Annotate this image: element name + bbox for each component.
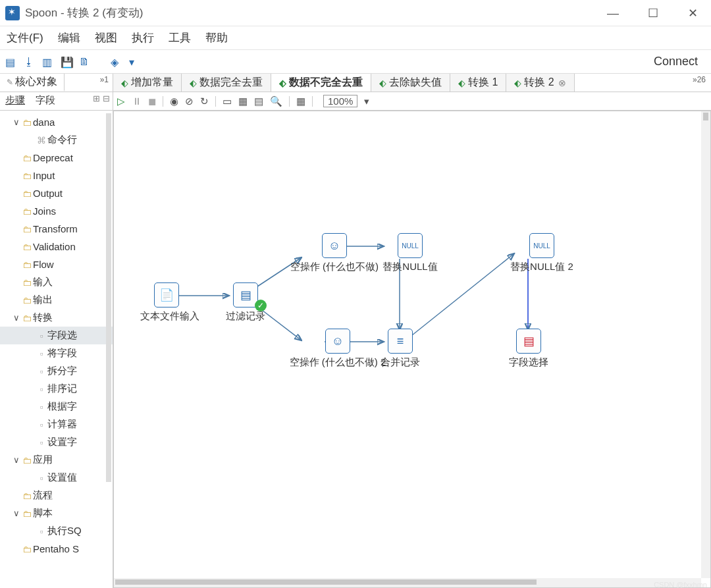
sidebar-tree[interactable]: ∨🗀dana⌘命令行🗀Deprecat🗀Input🗀Output🗀Joins🗀T… (0, 111, 113, 588)
tabs-overflow[interactable]: »26 (687, 74, 711, 92)
sql-icon[interactable]: ▭ (223, 95, 232, 107)
pause-icon[interactable]: ⏸ (132, 95, 142, 107)
head-icon: ☺ (325, 329, 350, 354)
tree-item[interactable]: ⌘命令行 (0, 131, 113, 149)
maximize-button[interactable]: ☐ (635, 6, 672, 20)
tree-item[interactable]: 🗀Pentaho S (0, 540, 113, 558)
menu-view[interactable]: 视图 (95, 30, 117, 45)
window-title: Spoon - 转换 2 (有变动) (25, 5, 594, 20)
tree-item[interactable]: ▫执行SQ (0, 522, 113, 540)
editor-tab[interactable]: ⬖增加常量 (113, 74, 182, 92)
tree-item[interactable]: ∨🗀dana (0, 113, 113, 131)
canvas[interactable]: 📄文本文件输入 ▤过滤记录✓ ☺空操作 (什么也不做) NULL替换NULL值 … (113, 111, 711, 588)
check-badge-icon: ✓ (255, 300, 267, 311)
merge-icon: ≡ (388, 329, 413, 354)
stop-icon[interactable]: ◼ (148, 95, 156, 107)
app-icon (5, 6, 20, 20)
debug-icon[interactable]: ⊘ (185, 95, 194, 107)
tree-item[interactable]: 🗀Input (0, 167, 113, 184)
node-merge-rows[interactable]: ≡合并记录 (374, 329, 427, 369)
tab-close-icon[interactable]: ⊗ (558, 78, 566, 88)
horizontal-scrollbar[interactable] (114, 578, 701, 587)
search-icon[interactable]: 🔍 (270, 95, 282, 107)
zoom-dropdown-icon[interactable]: ▾ (364, 95, 369, 107)
editor-tab[interactable]: ⬖去除缺失值 (371, 74, 450, 92)
transformation-icon: ⬖ (190, 78, 197, 88)
new-icon[interactable]: ▤ (5, 56, 17, 68)
editor-tabs: ⬖增加常量⬖数据完全去重⬖数据不完全去重⬖去除缺失值⬖转换 1⬖转换 2⊗»26 (113, 74, 711, 92)
tree-item[interactable]: 🗀Output (0, 184, 113, 202)
tree-item[interactable]: ▫设置字 (0, 433, 113, 451)
tree-item[interactable]: ▫将字段 (0, 344, 113, 362)
minimize-button[interactable]: — (594, 7, 631, 20)
null-icon: NULL (398, 233, 423, 258)
node-replace-null-1[interactable]: NULL替换NULL值 (374, 233, 446, 273)
transformation-icon: ⬖ (458, 78, 465, 88)
tree-item[interactable]: ▫根据字 (0, 398, 113, 415)
tree-item[interactable]: 🗀Deprecat (0, 149, 113, 167)
close-button[interactable]: ✕ (674, 6, 711, 20)
menu-run[interactable]: 执行 (132, 30, 154, 45)
sidebar-tab-core[interactable]: ✎核心对象 (0, 74, 65, 92)
node-replace-null-2[interactable]: NULL替换NULL值 2 (502, 233, 581, 273)
explore-icon[interactable]: ▥ (42, 56, 54, 68)
tree-item[interactable]: 🗀Validation (0, 238, 113, 255)
run-icon[interactable]: ▷ (117, 95, 125, 107)
tree-item[interactable]: ∨🗀脚本 (0, 504, 113, 522)
editor-tab[interactable]: ⬖数据完全去重 (182, 74, 271, 92)
editor-tab[interactable]: ⬖转换 2⊗ (506, 74, 574, 92)
sidebar: ✎核心对象 »1 步骤 字段 ⊞ ⊟ ∨🗀dana⌘命令行🗀Deprecat🗀I… (0, 74, 113, 588)
menu-help[interactable]: 帮助 (205, 30, 228, 45)
watermark: CSDN @fxxhmn (654, 581, 707, 588)
layers-icon[interactable]: ◈ (111, 56, 122, 68)
file-icon: 📄 (154, 282, 179, 307)
title-bar: Spoon - 转换 2 (有变动) — ☐ ✕ (0, 0, 711, 26)
transformation-icon: ⬖ (121, 78, 128, 88)
tree-item[interactable]: ▫设置值 (0, 469, 113, 487)
impact-icon[interactable]: ▦ (238, 95, 248, 107)
node-select-values[interactable]: ▤字段选择 (502, 329, 555, 369)
sidebar-header: 步骤 字段 ⊞ ⊟ (0, 92, 113, 111)
tree-item[interactable]: ▫字段选 (0, 327, 113, 344)
node-filter-rows[interactable]: ▤过滤记录✓ (219, 282, 272, 323)
node-text-file-input[interactable]: 📄文本文件输入 (140, 282, 193, 323)
editor-tab[interactable]: ⬖转换 1 (450, 74, 506, 92)
tree-item[interactable]: 🗀Joins (0, 202, 113, 220)
tree-item[interactable]: ∨🗀应用 (0, 451, 113, 469)
dropdown-icon[interactable]: ▾ (129, 56, 141, 68)
tree-item[interactable]: ▫拆分字 (0, 362, 113, 380)
open-icon[interactable]: ⭳ (24, 56, 36, 68)
sidebar-tabs: ✎核心对象 »1 (0, 74, 113, 92)
saveas-icon[interactable]: 🗎 (79, 56, 91, 68)
tree-item[interactable]: ▫计算器 (0, 415, 113, 433)
select-icon: ▤ (516, 329, 541, 354)
head-icon: ☺ (322, 233, 347, 258)
tree-item[interactable]: 🗀输入 (0, 273, 113, 291)
sidebar-head-icons[interactable]: ⊞ ⊟ (90, 92, 113, 110)
zoom-select[interactable]: 100% (323, 95, 357, 107)
vertical-scrollbar[interactable] (701, 111, 710, 578)
transformation-icon: ⬖ (379, 78, 386, 88)
sidebar-head-steps[interactable]: 步骤 (0, 92, 30, 110)
menu-edit[interactable]: 编辑 (58, 30, 80, 45)
db-icon[interactable]: ▤ (254, 95, 263, 107)
menu-file[interactable]: 文件(F) (7, 30, 43, 45)
editor-tab[interactable]: ⬖数据不完全去重 (271, 74, 371, 92)
connect-link[interactable]: Connect (654, 55, 698, 68)
tree-item[interactable]: ∨🗀转换 (0, 309, 113, 327)
window-controls: — ☐ ✕ (594, 6, 711, 20)
preview-icon[interactable]: ◉ (170, 95, 178, 107)
replay-icon[interactable]: ↻ (200, 95, 209, 107)
save-icon[interactable]: 💾 (61, 56, 72, 68)
tree-item[interactable]: 🗀Flow (0, 255, 113, 273)
tree-item[interactable]: ▫排序记 (0, 380, 113, 398)
tree-item[interactable]: 🗀流程 (0, 487, 113, 504)
layout-icon[interactable]: ▦ (296, 95, 305, 107)
sidebar-head-fields[interactable]: 字段 (30, 92, 61, 110)
menu-bar: 文件(F) 编辑 视图 执行 工具 帮助 (0, 26, 711, 50)
tree-item[interactable]: 🗀Transform (0, 220, 113, 238)
tree-item[interactable]: 🗀输出 (0, 291, 113, 309)
menu-tools[interactable]: 工具 (169, 30, 191, 45)
canvas-toolbar: ▷ ⏸ ◼ ◉ ⊘ ↻ ▭ ▦ ▤ 🔍 ▦ 100% ▾ (113, 92, 711, 111)
sidebar-tab-overflow[interactable]: »1 (96, 74, 113, 92)
